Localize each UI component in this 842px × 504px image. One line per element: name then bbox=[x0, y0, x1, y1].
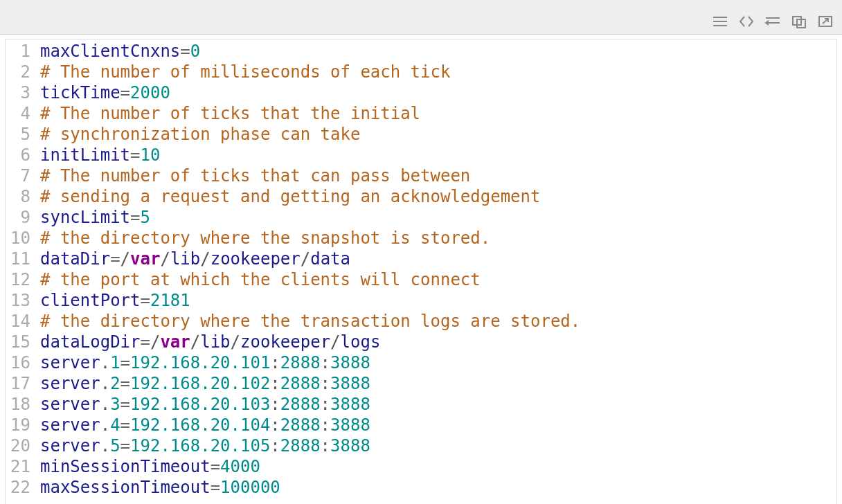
token-op: = bbox=[120, 415, 130, 435]
token-key: server bbox=[40, 415, 100, 435]
token-dot: . bbox=[100, 436, 110, 456]
line-number: 7 bbox=[0, 165, 30, 186]
token-num: 5 bbox=[110, 436, 120, 456]
menu-icon[interactable] bbox=[710, 13, 730, 30]
token-num: 2000 bbox=[130, 83, 170, 102]
code-line: tickTime=2000 bbox=[40, 82, 842, 103]
token-num: 3888 bbox=[330, 353, 370, 372]
token-comment: # the port at which the clients will con… bbox=[40, 270, 481, 289]
token-num: 1 bbox=[110, 353, 120, 372]
token-num: 192.168.20.105 bbox=[130, 436, 270, 456]
token-sep: / bbox=[190, 332, 200, 352]
top-spacer bbox=[0, 0, 842, 8]
line-number: 6 bbox=[0, 145, 30, 165]
token-sep: / bbox=[301, 249, 310, 269]
token-op: = bbox=[120, 353, 130, 372]
token-op: = bbox=[130, 145, 140, 165]
line-number: 16 bbox=[0, 352, 30, 373]
token-sep: / bbox=[330, 332, 340, 352]
token-comment: # synchronization phase can take bbox=[40, 125, 360, 144]
code-line: initLimit=10 bbox=[40, 145, 842, 165]
token-dot: . bbox=[100, 374, 110, 393]
token-num: 2181 bbox=[150, 291, 190, 310]
token-num: 100000 bbox=[220, 478, 280, 497]
token-key: tickTime bbox=[40, 83, 120, 102]
token-op: = bbox=[141, 332, 150, 352]
code-line: dataDir=/var/lib/zookeeper/data bbox=[40, 249, 842, 269]
token-op: = bbox=[141, 291, 150, 310]
token-path: zookeeper bbox=[210, 249, 301, 269]
code-line: # the directory where the snapshot is st… bbox=[40, 228, 842, 249]
token-comment: # the directory where the transaction lo… bbox=[40, 312, 580, 331]
token-comment: # the directory where the snapshot is st… bbox=[40, 228, 490, 248]
code-line: # The number of milliseconds of each tic… bbox=[40, 62, 842, 82]
token-dot: . bbox=[100, 395, 110, 414]
token-op: = bbox=[180, 42, 190, 61]
line-number: 10 bbox=[0, 228, 30, 249]
code-line: # synchronization phase can take bbox=[40, 124, 842, 145]
token-path: lib bbox=[170, 249, 200, 269]
code-line: # The number of ticks that can pass betw… bbox=[40, 165, 842, 186]
copy-icon[interactable] bbox=[789, 13, 809, 30]
token-dot: . bbox=[100, 415, 110, 435]
token-num: 3 bbox=[110, 395, 120, 414]
token-num: 3888 bbox=[330, 395, 370, 414]
token-op: = bbox=[210, 457, 220, 476]
line-number-gutter: 12345678910111213141516171819202122 bbox=[0, 39, 35, 504]
token-num: 3888 bbox=[330, 415, 370, 435]
token-key: dataDir bbox=[40, 249, 110, 269]
code-line: server.3=192.168.20.103:2888:3888 bbox=[40, 394, 842, 415]
token-num: 10 bbox=[141, 145, 161, 165]
code-line: minSessionTimeout=4000 bbox=[40, 456, 842, 477]
token-sep: : bbox=[270, 436, 280, 456]
wrap-icon[interactable] bbox=[763, 13, 782, 30]
token-key: initLimit bbox=[40, 145, 130, 165]
code-line: server.5=192.168.20.105:2888:3888 bbox=[40, 435, 842, 456]
token-num: 192.168.20.101 bbox=[130, 353, 270, 372]
code-line: maxSessionTimeout=100000 bbox=[40, 477, 842, 498]
line-number: 9 bbox=[0, 207, 30, 228]
line-number: 8 bbox=[0, 186, 30, 207]
line-number: 18 bbox=[0, 394, 30, 415]
token-path: lib bbox=[200, 332, 230, 352]
token-sep: / bbox=[200, 249, 210, 269]
line-number: 1 bbox=[0, 41, 30, 62]
line-number: 15 bbox=[0, 332, 30, 352]
popout-icon[interactable] bbox=[816, 13, 835, 30]
code-line: # the port at which the clients will con… bbox=[40, 269, 842, 290]
token-sep: / bbox=[160, 249, 170, 269]
line-number: 2 bbox=[0, 62, 30, 82]
token-num: 4000 bbox=[220, 457, 260, 476]
token-key: syncLimit bbox=[40, 208, 130, 227]
line-number: 3 bbox=[0, 82, 30, 103]
token-key: dataLogDir bbox=[40, 332, 141, 352]
token-sep: / bbox=[150, 332, 160, 352]
token-sep: : bbox=[270, 395, 280, 414]
code-line: syncLimit=5 bbox=[40, 207, 842, 228]
code-line: maxClientCnxns=0 bbox=[40, 41, 842, 62]
token-num: 2888 bbox=[280, 353, 321, 372]
code-line: clientPort=2181 bbox=[40, 290, 842, 311]
code-line: # the directory where the transaction lo… bbox=[40, 311, 842, 332]
code-content[interactable]: maxClientCnxns=0# The number of millisec… bbox=[35, 39, 842, 504]
line-number: 14 bbox=[0, 311, 30, 332]
code-line: server.2=192.168.20.102:2888:3888 bbox=[40, 373, 842, 394]
token-comment: # The number of milliseconds of each tic… bbox=[40, 62, 450, 82]
token-sep: : bbox=[321, 395, 330, 414]
token-sep: : bbox=[270, 374, 280, 393]
token-key: maxClientCnxns bbox=[40, 42, 180, 61]
token-num: 2888 bbox=[280, 415, 321, 435]
token-key: server bbox=[40, 353, 100, 372]
line-number: 21 bbox=[0, 456, 30, 477]
code-editor[interactable]: 12345678910111213141516171819202122 maxC… bbox=[0, 35, 842, 504]
line-number: 11 bbox=[0, 249, 30, 269]
code-line: server.1=192.168.20.101:2888:3888 bbox=[40, 352, 842, 373]
line-number: 20 bbox=[0, 435, 30, 456]
token-sep: : bbox=[321, 415, 330, 435]
code-line: # sending a request and getting an ackno… bbox=[40, 186, 842, 207]
token-path: data bbox=[310, 249, 350, 269]
line-number: 4 bbox=[0, 103, 30, 124]
code-icon[interactable] bbox=[737, 13, 756, 30]
token-key: server bbox=[40, 436, 100, 456]
line-number: 5 bbox=[0, 124, 30, 145]
